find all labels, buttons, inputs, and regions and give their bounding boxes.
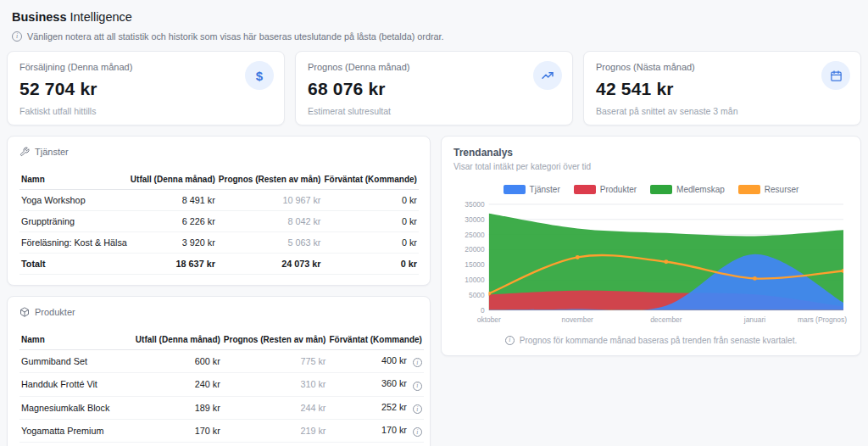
table-row: Lyftremmar Läder 160 kr 207 kr 373 kr i — [19, 443, 424, 446]
legend-item[interactable]: Resurser — [738, 185, 799, 194]
info-icon: i — [505, 336, 515, 345]
svg-text:10000: 10000 — [465, 276, 485, 284]
legend-swatch — [504, 185, 526, 194]
cell-name: Lyftremmar Läder — [19, 443, 134, 446]
trend-card-subtitle: Visar total intäkt per kategori över tid — [453, 162, 849, 171]
svg-text:25000: 25000 — [465, 231, 485, 239]
legend-label: Resurser — [765, 185, 799, 194]
cell-utfall: 600 kr — [134, 350, 222, 373]
cell-utfall: 240 kr — [134, 373, 222, 396]
bi-dashboard: Business Intelligence i Vänligen notera … — [0, 0, 868, 446]
legend-item[interactable]: Tjänster — [504, 185, 560, 194]
services-card: Tjänster NamnUtfall (Denna månad)Prognos… — [7, 136, 431, 286]
page-header: Business Intelligence i Vänligen notera … — [7, 7, 861, 42]
svg-text:15000: 15000 — [465, 260, 485, 269]
kpi-label: Prognos (Denna månad) — [308, 62, 560, 72]
right-column: Trendanalys Visar total intäkt per kateg… — [441, 136, 861, 356]
table-row: Totalt 18 637 kr 24 073 kr 0 kr — [19, 254, 419, 275]
cell-prognos: 219 kr — [222, 419, 328, 442]
trend-chart: 05000100001500020000250003000035000oktob… — [453, 199, 849, 326]
cell-forvantat: 400 kr i — [327, 350, 423, 373]
info-icon: i — [12, 31, 22, 42]
cell-utfall: 189 kr — [134, 396, 222, 419]
cell-prognos: 5 063 kr — [217, 232, 323, 254]
cell-prognos: 10 967 kr — [217, 190, 323, 211]
column-header: Förväntat (Kommande) — [327, 330, 423, 350]
column-header: Namn — [19, 170, 129, 190]
cell-prognos: 24 073 kr — [217, 254, 323, 275]
kpi-card-forecast-next: Prognos (Nästa månad) 42 541 kr Baserat … — [583, 51, 861, 125]
info-icon[interactable]: i — [413, 382, 422, 391]
trend-chart-svg: 05000100001500020000250003000035000oktob… — [453, 199, 849, 326]
svg-text:oktober: oktober — [477, 315, 501, 324]
cell-forvantat: 0 kr — [322, 232, 418, 254]
cell-name: Yoga Workshop — [19, 190, 129, 211]
legend-label: Medlemskap — [676, 185, 725, 194]
cell-prognos: 8 042 kr — [217, 211, 323, 232]
products-card: Produkter NamnUtfall (Denna månad)Progno… — [7, 296, 431, 446]
cell-name: Gruppträning — [19, 211, 129, 232]
svg-text:20000: 20000 — [465, 245, 485, 254]
cell-forvantat: 170 kr i — [327, 419, 423, 442]
kpi-value: 52 704 kr — [19, 79, 272, 99]
kpi-value: 42 541 kr — [596, 79, 849, 99]
products-card-header: Produkter — [19, 307, 418, 317]
trend-card-title: Trendanalys — [453, 147, 849, 159]
notice-banner: i Vänligen notera att all statistik och … — [12, 31, 856, 42]
main-content: Tjänster NamnUtfall (Denna månad)Prognos… — [7, 136, 861, 446]
legend-item[interactable]: Medlemskap — [650, 185, 725, 194]
table-row: Magnesiumkalk Block 189 kr 244 kr 252 kr… — [19, 396, 424, 419]
legend-item[interactable]: Produkter — [574, 185, 637, 194]
svg-text:december: december — [650, 315, 682, 324]
products-table: NamnUtfall (Denna månad)Prognos (Resten … — [19, 330, 424, 446]
cell-utfall: 3 920 kr — [129, 232, 217, 254]
legend-swatch — [738, 185, 760, 194]
column-header: Prognos (Resten av mån) — [222, 330, 328, 350]
cell-prognos: 244 kr — [222, 396, 328, 419]
kpi-sub: Estimerat slutresultat — [308, 106, 560, 116]
chart-legend: Tjänster Produkter Medlemskap Resurser — [453, 185, 849, 194]
legend-label: Produkter — [600, 185, 637, 194]
dollar-icon: $ — [245, 61, 274, 90]
table-row: Yoga Workshop 8 491 kr 10 967 kr 0 kr — [19, 190, 419, 211]
page-title: Business Intelligence — [12, 10, 856, 24]
info-icon[interactable]: i — [413, 358, 422, 367]
kpi-label: Försäljning (Denna månad) — [19, 62, 272, 72]
cell-name: Gummiband Set — [19, 350, 134, 373]
chart-footnote: i Prognos för kommande månad baseras på … — [453, 336, 849, 345]
left-column: Tjänster NamnUtfall (Denna månad)Prognos… — [7, 136, 431, 446]
page-title-regular: Intelligence — [70, 10, 132, 24]
kpi-sub: Baserat på snittet av senaste 3 mån — [596, 106, 849, 116]
wrench-icon — [19, 147, 30, 157]
products-table-body: Gummiband Set 600 kr 775 kr 400 kr i Han… — [19, 350, 424, 446]
legend-swatch — [650, 185, 672, 194]
svg-text:5000: 5000 — [469, 291, 485, 299]
cell-name: Magnesiumkalk Block — [19, 396, 134, 419]
products-card-title: Produkter — [35, 307, 75, 317]
trend-card: Trendanalys Visar total intäkt per kateg… — [441, 136, 861, 356]
cell-name: Handduk Frotté Vit — [19, 373, 134, 396]
table-row: Handduk Frotté Vit 240 kr 310 kr 360 kr … — [19, 373, 424, 396]
kpi-card-sales: Försäljning (Denna månad) $ 52 704 kr Fa… — [7, 51, 285, 125]
info-icon[interactable]: i — [413, 404, 422, 414]
column-header: Namn — [19, 330, 134, 350]
legend-label: Tjänster — [530, 185, 560, 194]
cell-utfall: 8 491 kr — [129, 190, 217, 211]
cell-name: Föreläsning: Kost & Hälsa — [19, 232, 129, 254]
cell-utfall: 170 kr — [134, 419, 222, 442]
page-title-bold: Business — [12, 10, 66, 24]
notice-text: Vänligen notera att all statistik och hi… — [27, 31, 444, 42]
cell-forvantat: 373 kr i — [327, 443, 423, 446]
services-table: NamnUtfall (Denna månad)Prognos (Resten … — [19, 170, 419, 275]
cell-prognos: 310 kr — [222, 373, 328, 396]
services-card-header: Tjänster — [19, 147, 418, 157]
column-header: Förväntat (Kommande) — [322, 170, 418, 190]
column-header: Utfall (Denna månad) — [129, 170, 217, 190]
svg-text:35000: 35000 — [465, 200, 485, 209]
cell-forvantat: 252 kr i — [327, 396, 423, 419]
cell-prognos: 775 kr — [222, 350, 328, 373]
info-icon[interactable]: i — [413, 427, 422, 437]
svg-text:januari: januari — [743, 315, 765, 324]
table-row: Gruppträning 6 226 kr 8 042 kr 0 kr — [19, 211, 419, 232]
cell-forvantat: 360 kr i — [327, 373, 423, 396]
